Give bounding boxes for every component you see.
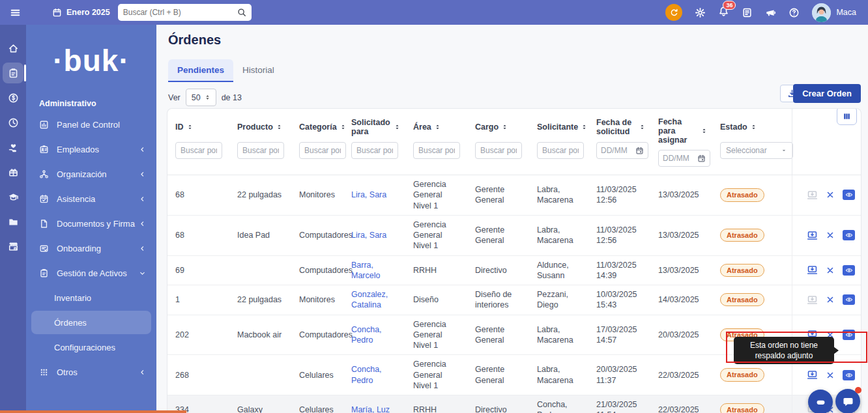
view-order-button[interactable] [843, 370, 855, 380]
rail-item-culture[interactable] [3, 162, 23, 182]
sort-icon [187, 123, 193, 131]
column-label-categoria[interactable]: Categoría [299, 117, 338, 137]
rail-item-benefits[interactable] [3, 137, 23, 158]
cell-area: RRHH [405, 261, 467, 279]
sidebar-item-empleados[interactable]: Empleados [26, 137, 156, 162]
menu-icon[interactable] [10, 7, 21, 18]
rail-item-attendance[interactable] [3, 112, 23, 133]
cell-producto: Galaxy [229, 401, 291, 413]
file-icon [39, 219, 49, 229]
cancel-order-button[interactable] [826, 266, 835, 275]
employee-link[interactable]: Gonzalez, Catalina [351, 290, 388, 309]
sidebar-item-gestion-de-activos[interactable]: Gestión de Activos [26, 261, 156, 285]
sidebar-item-ordenes[interactable]: Órdenes [31, 311, 151, 334]
column-label-producto[interactable]: Producto [237, 117, 286, 137]
table-row[interactable]: 69ComputadoresBarra, MarceloRRHHDirectiv… [167, 256, 861, 286]
employee-link[interactable]: Lira, Sara [351, 231, 386, 240]
tab-pendientes[interactable]: Pendientes [168, 59, 233, 82]
cell-producto [229, 371, 291, 379]
period-selector[interactable]: Enero 2025 [52, 8, 110, 18]
employee-link[interactable]: Concha, Pedro [351, 365, 382, 384]
sidebar-item-inventario[interactable]: Inventario [26, 285, 156, 310]
rail-item-asset-orders[interactable] [3, 63, 23, 83]
filter-input-area[interactable] [413, 142, 460, 159]
table-row[interactable]: 68Idea PadComputadoresLira, SaraGerencia… [167, 216, 861, 256]
cancel-order-button[interactable] [826, 295, 835, 304]
megaphone-icon[interactable] [765, 7, 776, 18]
cell-solicitante: Aldunce, Susann [529, 256, 588, 285]
filter-input-id[interactable] [175, 142, 222, 159]
assign-order-button[interactable] [807, 369, 818, 380]
assign-order-button[interactable] [807, 230, 818, 241]
table-row[interactable]: 334GalaxyCelularesMaría, LuzRRHHDirectiv… [167, 395, 861, 413]
table-row[interactable]: 122 pulgadasMonitoresGonzalez, CatalinaD… [167, 285, 861, 315]
page-size-select[interactable]: 50 [186, 89, 216, 106]
rail-item-remunerations[interactable] [3, 87, 23, 108]
view-order-button[interactable] [843, 330, 855, 340]
org-icon [39, 169, 49, 179]
filter-input-cargo[interactable] [475, 142, 522, 159]
filter-input-categoria[interactable] [299, 142, 346, 159]
cancel-order-button[interactable] [826, 190, 835, 199]
column-label-area[interactable]: Área [413, 117, 462, 137]
chat-minimized-icon [815, 397, 826, 408]
cell-categoria: Monitores [291, 291, 343, 309]
clipboard-icon [8, 68, 19, 79]
employee-link[interactable]: Concha, Pedro [351, 325, 382, 345]
column-label-cargo[interactable]: Cargo [475, 117, 524, 137]
cell-producto: 22 pulgadas [229, 186, 291, 204]
column-label-estado[interactable]: Estado [720, 117, 787, 137]
filter-select-estado[interactable]: Seleccionar [720, 142, 793, 159]
sidebar-item-configuraciones[interactable]: Configuraciones [26, 335, 156, 360]
column-label-solicitado_para[interactable]: Solicitado para [351, 117, 400, 137]
search-input[interactable] [123, 8, 237, 17]
rail-item-marketplace[interactable] [3, 236, 23, 257]
column-label-fecha_solicitud[interactable]: Fecha de solicitud [596, 117, 645, 137]
view-order-button[interactable] [843, 190, 855, 200]
column-label-fecha_asignar[interactable]: Fecha para asignar [658, 117, 707, 145]
sidebar-item-organizacion[interactable]: Organización [26, 162, 156, 186]
employee-link[interactable]: Lira, Sara [351, 190, 386, 199]
assign-order-button[interactable] [807, 264, 818, 276]
cell-cargo: Gerente General [467, 360, 529, 390]
search-box[interactable] [118, 4, 252, 21]
cancel-order-button[interactable] [826, 371, 835, 380]
column-settings-button[interactable] [837, 108, 857, 125]
employee-link[interactable]: María, Luz [351, 405, 390, 413]
sidebar-item-documentos-y-firma[interactable]: Documentos y Firma [26, 211, 156, 236]
filter-date-fecha_asignar[interactable]: DD/MM [658, 150, 710, 167]
user-menu[interactable]: Maca [812, 3, 856, 22]
gear-icon[interactable] [695, 7, 706, 18]
assign-order-button[interactable] [807, 294, 818, 306]
table-row[interactable]: 6822 pulgadasMonitoresLira, SaraGerencia… [167, 175, 861, 216]
employee-link[interactable]: Barra, Marcelo [351, 261, 380, 280]
filter-input-solicitado_para[interactable] [351, 142, 398, 159]
notifications-button[interactable]: 36 [718, 6, 729, 20]
sidebar-item-panel-de-control[interactable]: Panel de Control [26, 112, 156, 137]
view-order-button[interactable] [843, 230, 855, 240]
sidebar-item-asistencia[interactable]: Asistencia [26, 186, 156, 211]
sidebar-item-onboarding[interactable]: Onboarding [26, 236, 156, 261]
rail-item-home[interactable] [3, 38, 23, 59]
column-label-id[interactable]: ID [175, 117, 224, 137]
view-order-button[interactable] [843, 294, 855, 305]
filter-date-fecha_solicitud[interactable]: DD/MM [596, 142, 648, 159]
sidebar-item-otros[interactable]: Otros [26, 360, 156, 384]
view-order-button[interactable] [843, 265, 855, 276]
assistant-button[interactable] [665, 4, 682, 21]
help-icon[interactable] [788, 7, 800, 18]
tab-historial[interactable]: Historial [233, 59, 283, 82]
column-label-solicitante[interactable]: Solicitante [537, 117, 583, 137]
store-icon [8, 241, 19, 252]
rail-item-training[interactable] [3, 186, 23, 207]
sort-icon [205, 94, 210, 101]
notes-icon[interactable] [742, 7, 753, 18]
rail-item-documents[interactable] [3, 211, 23, 232]
create-order-button[interactable]: Crear Orden [793, 84, 861, 103]
chat-fab[interactable] [808, 390, 833, 413]
assign-order-button[interactable] [807, 190, 818, 201]
filter-input-solicitante[interactable] [537, 142, 584, 159]
cell-categoria: Computadores [291, 326, 343, 344]
cancel-order-button[interactable] [826, 231, 835, 240]
filter-input-producto[interactable] [237, 142, 284, 159]
